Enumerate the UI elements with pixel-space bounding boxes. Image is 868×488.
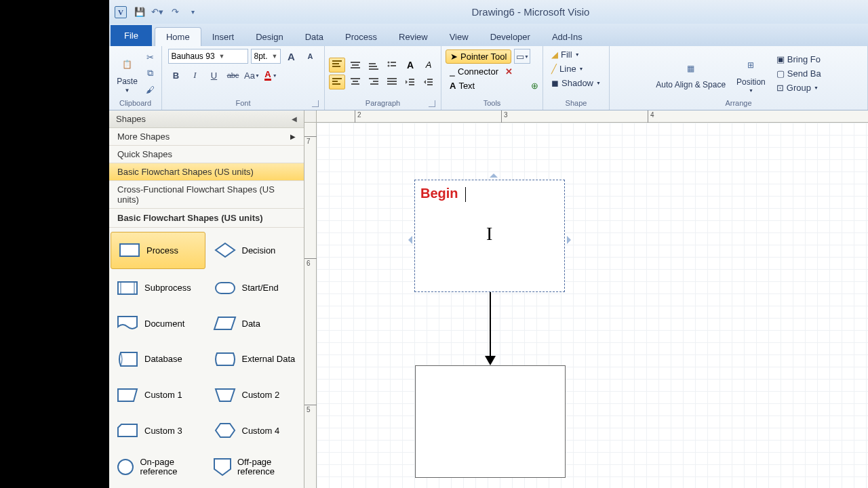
collapse-icon[interactable]: ◀: [292, 115, 297, 123]
align-right-button[interactable]: [366, 75, 382, 89]
svg-rect-31: [120, 244, 139, 256]
chevron-down-icon: ▼: [125, 87, 130, 94]
italic-button[interactable]: I: [187, 68, 203, 83]
shape-custom1[interactable]: Custom 1: [109, 377, 207, 413]
text-direction-button[interactable]: A: [402, 58, 418, 73]
grow-font-button[interactable]: A: [283, 49, 300, 64]
increase-indent-button[interactable]: [420, 75, 437, 89]
shadow-button[interactable]: ◼Shadow▼: [549, 77, 604, 89]
tab-review[interactable]: Review: [388, 28, 439, 46]
decrease-indent-button[interactable]: [402, 75, 418, 89]
font-name-select[interactable]: Bauhaus 93▼: [168, 49, 248, 64]
svg-rect-5: [332, 83, 340, 85]
shape-database[interactable]: Database: [109, 342, 207, 378]
stencil-basic-flowchart[interactable]: Basic Flowchart Shapes (US units): [109, 163, 304, 181]
line-button[interactable]: ╱Line▼: [549, 63, 587, 75]
drawing-canvas[interactable]: Begin I: [317, 123, 868, 488]
auto-connect-top[interactable]: [490, 169, 498, 178]
auto-align-button[interactable]: ▦ Auto Align & Space: [653, 56, 728, 90]
stencil-title: Basic Flowchart Shapes (US units): [109, 209, 304, 228]
shape-start-end[interactable]: Start/End: [207, 270, 304, 306]
svg-rect-0: [332, 60, 342, 62]
save-icon[interactable]: 💾: [134, 6, 146, 18]
fill-button[interactable]: ◢Fill▼: [549, 49, 583, 60]
copy-icon[interactable]: ⧉: [144, 66, 157, 80]
connection-point-icon[interactable]: ⊕: [531, 81, 538, 91]
shrink-font-button[interactable]: A: [302, 49, 319, 64]
decision-icon: [214, 241, 237, 259]
tab-home[interactable]: Home: [155, 27, 201, 46]
redo-icon[interactable]: ↷: [169, 6, 181, 18]
bring-forward-icon: ▣: [776, 54, 785, 64]
underline-button[interactable]: U: [206, 68, 222, 83]
justify-button[interactable]: [384, 75, 400, 89]
auto-connect-right[interactable]: [567, 236, 575, 244]
bring-forward-button[interactable]: ▣Bring Fo: [774, 54, 824, 65]
group-label-shape: Shape: [547, 98, 605, 108]
shape-external-data[interactable]: External Data: [207, 342, 304, 378]
shape-text[interactable]: Begin: [420, 186, 458, 201]
more-shapes-link[interactable]: More Shapes ▶: [109, 128, 304, 146]
tab-data[interactable]: Data: [294, 28, 334, 46]
position-button[interactable]: ⊞ Position ▼: [734, 53, 768, 94]
svg-rect-19: [391, 62, 396, 63]
process-shape-2[interactable]: [415, 365, 566, 478]
send-backward-button[interactable]: ▢Send Ba: [774, 68, 824, 79]
shape-decision[interactable]: Decision: [207, 230, 304, 270]
tab-insert[interactable]: Insert: [201, 28, 245, 46]
ruler-corner: [304, 110, 317, 123]
clear-formatting-button[interactable]: A: [420, 58, 437, 73]
shape-offpage-ref[interactable]: Off-page reference: [207, 448, 304, 485]
tab-file[interactable]: File: [111, 25, 152, 46]
group-icon: ⊡: [776, 83, 784, 93]
shape-custom3[interactable]: Custom 3: [109, 413, 207, 449]
quick-shapes-link[interactable]: Quick Shapes: [109, 146, 304, 163]
tab-view[interactable]: View: [439, 28, 479, 46]
dialog-launcher-icon[interactable]: [429, 100, 435, 107]
strike-button[interactable]: abc: [225, 68, 241, 83]
connector-tool-button[interactable]: ⎯ Connector: [446, 65, 502, 78]
qat-more-icon[interactable]: ▾: [186, 6, 199, 18]
undo-icon[interactable]: ↶▾: [151, 6, 163, 18]
dialog-launcher-icon[interactable]: [312, 100, 319, 107]
align-bottom-button[interactable]: [366, 58, 382, 73]
group-label-paragraph: Paragraph: [329, 98, 437, 108]
tab-developer[interactable]: Developer: [479, 28, 541, 46]
change-case-button[interactable]: Aa▼: [244, 68, 260, 83]
shape-custom4[interactable]: Custom 4: [207, 413, 304, 449]
svg-rect-24: [387, 83, 397, 85]
text-tool-button[interactable]: A Text: [446, 79, 479, 92]
align-left-button[interactable]: [329, 75, 345, 89]
paste-button[interactable]: 📋 Paste ▼: [114, 52, 141, 95]
shape-onpage-ref[interactable]: On-page reference: [109, 448, 207, 485]
align-center-button[interactable]: [347, 75, 363, 89]
pointer-tool-button[interactable]: ➤ Pointer Tool: [446, 49, 511, 64]
group-shape: ◢Fill▼ ╱Line▼ ◼Shadow▼ Shape: [543, 46, 610, 110]
font-size-select[interactable]: 8pt.▼: [251, 49, 281, 64]
format-painter-icon[interactable]: 🖌: [144, 83, 157, 96]
tab-process[interactable]: Process: [334, 28, 388, 46]
connector-label: Connector: [458, 66, 498, 77]
shape-subprocess[interactable]: Subprocess: [109, 270, 207, 306]
shape-data[interactable]: Data: [207, 306, 304, 342]
font-color-button[interactable]: A▼: [263, 68, 279, 83]
shape-process[interactable]: Process: [111, 232, 205, 269]
group-button[interactable]: ⊡Group▼: [774, 82, 824, 94]
align-middle-button[interactable]: [347, 58, 363, 73]
bullets-button[interactable]: [384, 58, 400, 73]
quick-access-toolbar: 💾 ↶▾ ↷ ▾: [134, 6, 199, 18]
stencil-cross-functional[interactable]: Cross-Functional Flowchart Shapes (US un…: [109, 181, 304, 209]
tab-design[interactable]: Design: [245, 28, 294, 46]
shape-document[interactable]: Document: [109, 306, 207, 342]
svg-rect-13: [369, 66, 377, 67]
bold-button[interactable]: B: [168, 68, 184, 83]
connector-arrow[interactable]: [490, 292, 491, 360]
tab-addins[interactable]: Add-Ins: [541, 28, 593, 46]
cut-icon[interactable]: ✂: [144, 50, 157, 64]
paste-label: Paste: [117, 77, 138, 86]
shape-custom2[interactable]: Custom 2: [207, 377, 304, 413]
rectangle-tool-button[interactable]: ▭▼: [514, 49, 530, 64]
close-icon[interactable]: ✕: [505, 66, 513, 77]
auto-connect-left[interactable]: [404, 236, 412, 244]
align-top-button[interactable]: [329, 58, 345, 73]
